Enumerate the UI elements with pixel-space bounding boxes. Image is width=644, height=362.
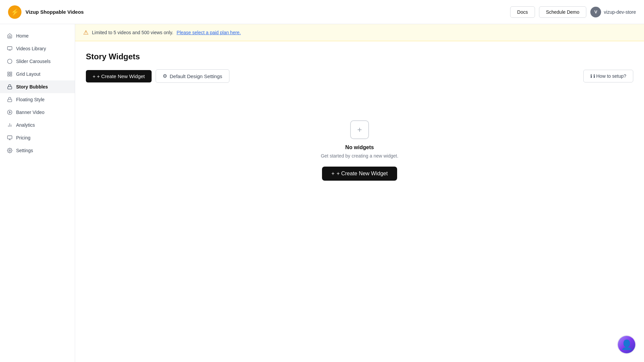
user-store-name: vizup-dev-store [604, 9, 636, 15]
main-layout: Home Videos Library Slider Carousels Gri… [0, 24, 644, 362]
sidebar-label-banner-video: Banner Video [16, 110, 45, 115]
sidebar-item-videos-library[interactable]: Videos Library [0, 42, 75, 55]
plus-icon-large: + [331, 171, 334, 177]
logo-icon: ⚡ [8, 5, 21, 19]
default-design-button[interactable]: ⚙ Default Design Settings [156, 69, 229, 83]
sidebar-item-analytics[interactable]: Analytics [0, 119, 75, 131]
svg-rect-7 [8, 99, 12, 102]
sidebar-label-analytics: Analytics [16, 122, 35, 128]
how-to-setup-button[interactable]: ℹ ℹ How to setup? [583, 70, 633, 82]
plus-square-icon: + [357, 125, 362, 134]
empty-state: + No widgets Get started by creating a n… [86, 94, 633, 207]
header-actions: Docs Schedule Demo V vizup-dev-store [510, 6, 636, 18]
svg-rect-3 [10, 72, 12, 74]
sidebar-item-pricing[interactable]: Pricing [0, 131, 75, 144]
design-icon: ⚙ [163, 73, 167, 79]
sidebar-label-floating-style: Floating Style [16, 97, 45, 102]
app-name: Vizup Shoppable Videos [25, 9, 84, 15]
grid-icon [7, 71, 13, 77]
toolbar-left: + + Create New Widget ⚙ Default Design S… [86, 69, 229, 83]
sidebar-item-grid-layout[interactable]: Grid Layout [0, 68, 75, 80]
support-avatar-image: 👤 [618, 336, 635, 353]
page-content-area: Story Widgets + + Create New Widget ⚙ De… [75, 41, 644, 362]
svg-rect-5 [8, 74, 9, 76]
sidebar-item-floating-style[interactable]: Floating Style [0, 93, 75, 106]
sidebar-label-home: Home [16, 33, 29, 39]
lock-icon-floating [7, 97, 13, 103]
svg-rect-6 [8, 86, 12, 89]
notice-banner: ⚠ Limited to 5 videos and 500 views only… [75, 24, 644, 41]
how-to-setup-label: ℹ How to setup? [593, 73, 626, 79]
empty-subtitle: Get started by creating a new widget. [321, 153, 398, 159]
plus-icon: + [93, 73, 96, 79]
analytics-icon [7, 122, 13, 128]
header: ⚡ Vizup Shoppable Videos Docs Schedule D… [0, 0, 644, 24]
sidebar-item-banner-video[interactable]: Banner Video [0, 106, 75, 119]
home-icon [7, 33, 13, 39]
main-content: ⚠ Limited to 5 videos and 500 views only… [75, 24, 644, 362]
sidebar: Home Videos Library Slider Carousels Gri… [0, 24, 75, 362]
svg-rect-4 [10, 74, 12, 76]
svg-rect-2 [8, 72, 9, 74]
empty-title: No widgets [345, 144, 374, 150]
sidebar-item-home[interactable]: Home [0, 29, 75, 42]
create-widget-button-top[interactable]: + + Create New Widget [86, 70, 152, 82]
banner-text: Limited to 5 videos and 500 views only. [92, 30, 173, 35]
page-title: Story Widgets [86, 52, 633, 61]
settings-icon [7, 147, 13, 154]
create-widget-empty-label: + Create New Widget [336, 171, 388, 177]
sidebar-label-pricing: Pricing [16, 135, 31, 140]
schedule-demo-button[interactable]: Schedule Demo [539, 6, 587, 18]
video-icon [7, 46, 13, 52]
sidebar-label-settings: Settings [16, 148, 33, 153]
create-widget-label: + Create New Widget [97, 73, 145, 79]
sidebar-label-slider-carousels: Slider Carousels [16, 59, 51, 64]
support-avatar[interactable]: 👤 [617, 335, 636, 354]
svg-rect-13 [7, 136, 12, 139]
user-badge: V vizup-dev-store [590, 7, 636, 17]
info-icon: ℹ [590, 73, 592, 79]
warning-icon: ⚠ [83, 29, 89, 36]
sidebar-label-videos-library: Videos Library [16, 46, 46, 51]
banner-link[interactable]: Please select a paid plan here. [177, 30, 241, 35]
toolbar: + + Create New Widget ⚙ Default Design S… [86, 69, 633, 83]
header-logo-area: ⚡ Vizup Shoppable Videos [8, 5, 84, 19]
empty-icon-box: + [350, 120, 369, 139]
docs-button[interactable]: Docs [510, 6, 535, 18]
svg-point-16 [9, 150, 10, 151]
sidebar-item-story-bubbles[interactable]: Story Bubbles [0, 80, 75, 93]
sidebar-item-settings[interactable]: Settings [0, 144, 75, 157]
sidebar-item-slider-carousels[interactable]: Slider Carousels [0, 55, 75, 68]
svg-rect-0 [7, 47, 12, 50]
create-widget-button-empty[interactable]: + + Create New Widget [322, 167, 397, 181]
svg-point-1 [7, 59, 12, 63]
lock-icon-story [7, 84, 13, 90]
user-initial: V [590, 7, 601, 17]
pricing-icon [7, 135, 13, 141]
sidebar-label-story-bubbles: Story Bubbles [16, 84, 48, 89]
svg-marker-9 [9, 111, 11, 113]
sidebar-label-grid-layout: Grid Layout [16, 71, 40, 77]
default-design-label: Default Design Settings [170, 73, 222, 79]
slider-icon [7, 58, 13, 64]
svg-point-8 [7, 110, 12, 114]
banner-icon [7, 109, 13, 115]
